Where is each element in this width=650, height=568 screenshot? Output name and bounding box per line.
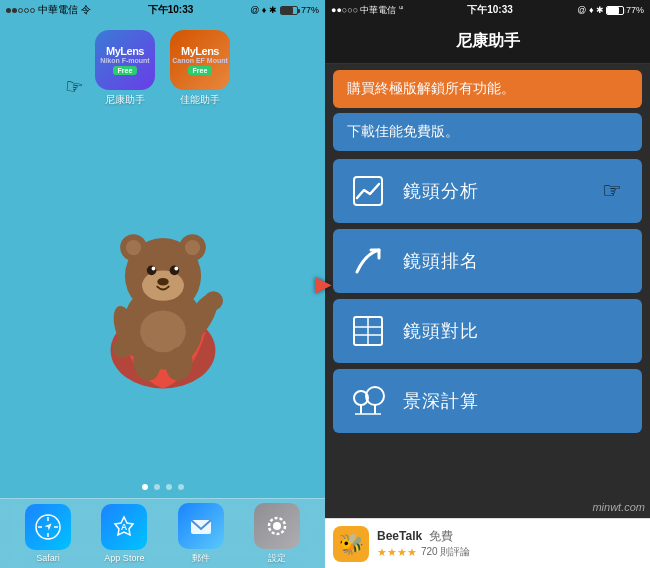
page-dot-3	[166, 484, 172, 490]
safari-label: Safari	[36, 553, 60, 563]
svg-point-11	[174, 267, 178, 271]
transition-arrow: ▶	[315, 272, 330, 296]
safari-svg	[34, 513, 62, 541]
home-screen-apps: MyLens Nikon F-mount Free 尼康助手 MyLens Ca…	[0, 20, 325, 498]
left-status-left: 中華電信 令	[6, 3, 91, 17]
svg-point-6	[184, 240, 199, 255]
svg-point-12	[157, 278, 168, 286]
left-time: 下午10:33	[148, 3, 194, 17]
appstore-svg: A	[110, 513, 138, 541]
dock-mail[interactable]: 郵件	[178, 503, 224, 565]
svg-text:A: A	[121, 522, 128, 532]
right-carrier: 中華電信 ᐜ	[360, 4, 403, 17]
app-icons-row: MyLens Nikon F-mount Free 尼康助手 MyLens Ca…	[95, 30, 230, 107]
ad-title: BeeTalk 免費	[377, 528, 642, 545]
menu-lens-analysis[interactable]: 鏡頭分析 ☞	[333, 159, 642, 223]
bear-illustration	[78, 112, 248, 484]
tree-icon	[349, 382, 387, 420]
menu-dof-calc[interactable]: 景深計算	[333, 369, 642, 433]
page-dot-4	[178, 484, 184, 490]
signal-dot-5	[30, 8, 35, 13]
mylens-canon-wrapper[interactable]: MyLens Canon EF Mount Free 佳能助手	[170, 30, 230, 107]
chart-icon	[349, 172, 387, 210]
page-dot-2	[154, 484, 160, 490]
svg-point-10	[151, 267, 155, 271]
page-dot-1	[142, 484, 148, 490]
mylens-nikon-wrapper[interactable]: MyLens Nikon F-mount Free 尼康助手	[95, 30, 155, 107]
promo-ultimate-text: 購買終極版解鎖所有功能。	[347, 80, 515, 98]
right-time: 下午10:33	[467, 3, 513, 17]
svg-point-15	[112, 339, 131, 358]
signal-dot-4	[24, 8, 29, 13]
app-title: 尼康助手	[456, 31, 520, 52]
svg-point-28	[273, 522, 281, 530]
ad-content: BeeTalk 免費 ★★★★ 720 則評論	[377, 528, 642, 559]
mail-icon[interactable]	[178, 503, 224, 549]
menu-lens-compare[interactable]: 鏡頭對比	[333, 299, 642, 363]
dock-appstore[interactable]: A App Store	[101, 504, 147, 563]
mail-svg	[187, 512, 215, 540]
chart-svg	[351, 174, 385, 208]
ad-subtitle: 免費	[429, 529, 453, 543]
dof-calc-label: 景深計算	[403, 389, 479, 413]
left-status-right: @ ♦ ✱ 77%	[250, 5, 319, 15]
ad-stars: ★★★★	[377, 546, 417, 559]
right-status-bar: ●●○○○ 中華電信 ᐜ 下午10:33 @ ♦ ✱ 77%	[325, 0, 650, 20]
dock-safari[interactable]: Safari	[25, 504, 71, 563]
mail-label: 郵件	[192, 552, 210, 565]
dock: Safari A App Store 郵件	[0, 498, 325, 568]
bear-svg	[78, 198, 248, 398]
hand-cursor-apps: ☞	[63, 74, 85, 101]
arrow-up-icon	[349, 242, 387, 280]
mylens-canon-mount: Canon EF Mount	[172, 57, 228, 65]
battery-fill	[281, 7, 293, 14]
promo-ultimate-button[interactable]: 購買終極版解鎖所有功能。	[333, 70, 642, 108]
promo-canon-text: 下載佳能免費版。	[347, 123, 459, 141]
svg-point-16	[203, 291, 222, 310]
battery-percent: 77%	[301, 5, 319, 15]
list-icon	[349, 312, 387, 350]
signal-strength	[6, 8, 35, 13]
svg-rect-30	[354, 177, 382, 205]
tree-svg	[351, 384, 385, 418]
settings-icon[interactable]	[254, 503, 300, 549]
right-status-right: @ ♦ ✱ 77%	[577, 5, 644, 15]
svg-marker-25	[45, 521, 54, 530]
status-icons: @ ♦ ✱	[250, 5, 277, 15]
battery-icon	[280, 6, 298, 15]
settings-svg	[263, 512, 291, 540]
right-phone-screen: ●●○○○ 中華電信 ᐜ 下午10:33 @ ♦ ✱ 77% 尼康助手 購買終極…	[325, 0, 650, 568]
svg-point-8	[146, 266, 156, 276]
lens-compare-label: 鏡頭對比	[403, 319, 479, 343]
hand-cursor-menu: ☞	[602, 178, 622, 204]
menu-lens-ranking[interactable]: 鏡頭排名	[333, 229, 642, 293]
appstore-label: App Store	[104, 553, 144, 563]
right-nav-title: 尼康助手	[325, 20, 650, 64]
right-battery	[606, 6, 624, 15]
watermark: minwt.com	[592, 501, 645, 513]
mylens-canon-label: 佳能助手	[180, 93, 220, 107]
ad-banner[interactable]: 🐝 BeeTalk 免費 ★★★★ 720 則評論	[325, 518, 650, 568]
right-content: 購買終極版解鎖所有功能。 下載佳能免費版。 鏡頭分析 ☞ 鏡頭	[325, 64, 650, 518]
mylens-nikon-icon[interactable]: MyLens Nikon F-mount Free	[95, 30, 155, 90]
safari-icon[interactable]	[25, 504, 71, 550]
mylens-canon-free: Free	[188, 66, 213, 75]
mylens-canon-title: MyLens	[181, 45, 219, 57]
right-battery-pct: 77%	[626, 5, 644, 15]
mylens-canon-icon[interactable]: MyLens Canon EF Mount Free	[170, 30, 230, 90]
svg-point-9	[169, 266, 179, 276]
settings-label: 設定	[268, 552, 286, 565]
promo-canon-button[interactable]: 下載佳能免費版。	[333, 113, 642, 151]
right-icons: @ ♦ ✱	[577, 5, 604, 15]
lens-ranking-label: 鏡頭排名	[403, 249, 479, 273]
right-status-left: ●●○○○ 中華電信 ᐜ	[331, 4, 403, 17]
right-battery-fill	[607, 7, 619, 14]
dock-settings[interactable]: 設定	[254, 503, 300, 565]
left-phone-screen: 中華電信 令 下午10:33 @ ♦ ✱ 77% MyLens Nikon F-…	[0, 0, 325, 568]
carrier-name: 中華電信 令	[38, 3, 91, 17]
ad-rating-row: ★★★★ 720 則評論	[377, 545, 642, 559]
mylens-nikon-label: 尼康助手	[105, 93, 145, 107]
appstore-dock-icon[interactable]: A	[101, 504, 147, 550]
beetalk-icon: 🐝	[333, 526, 369, 562]
svg-point-4	[125, 240, 140, 255]
